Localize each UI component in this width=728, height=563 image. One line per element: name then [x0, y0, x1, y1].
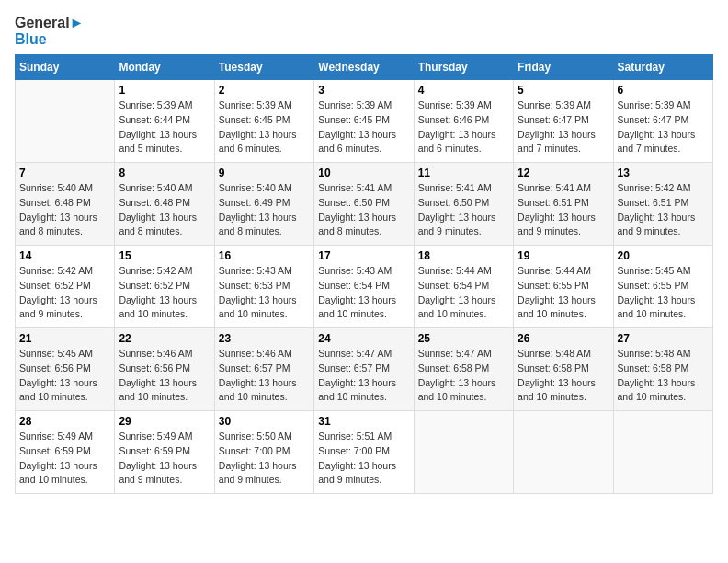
calendar-week-4: 21Sunrise: 5:45 AMSunset: 6:56 PMDayligh…: [16, 328, 713, 411]
day-info: Sunrise: 5:39 AMSunset: 6:45 PMDaylight:…: [219, 98, 310, 156]
day-number: 8: [119, 167, 210, 179]
calendar-cell: 31Sunrise: 5:51 AMSunset: 7:00 PMDayligh…: [314, 411, 414, 494]
logo-container: General► Blue: [15, 15, 84, 47]
calendar-cell: 26Sunrise: 5:48 AMSunset: 6:58 PMDayligh…: [514, 328, 613, 411]
calendar-cell: 24Sunrise: 5:47 AMSunset: 6:57 PMDayligh…: [314, 328, 414, 411]
day-info: Sunrise: 5:44 AMSunset: 6:55 PMDaylight:…: [518, 264, 609, 322]
calendar-cell: 16Sunrise: 5:43 AMSunset: 6:53 PMDayligh…: [214, 246, 313, 328]
day-number: 1: [119, 84, 210, 97]
calendar-cell: [514, 411, 613, 494]
day-info: Sunrise: 5:46 AMSunset: 6:57 PMDaylight:…: [219, 347, 310, 405]
day-number: 29: [119, 415, 210, 428]
calendar-cell: 15Sunrise: 5:42 AMSunset: 6:52 PMDayligh…: [115, 246, 214, 328]
day-info: Sunrise: 5:50 AMSunset: 7:00 PMDaylight:…: [219, 430, 310, 488]
day-info: Sunrise: 5:45 AMSunset: 6:55 PMDaylight:…: [618, 264, 709, 322]
day-info: Sunrise: 5:39 AMSunset: 6:46 PMDaylight:…: [418, 98, 509, 156]
day-number: 10: [318, 167, 409, 179]
day-info: Sunrise: 5:48 AMSunset: 6:58 PMDaylight:…: [518, 347, 609, 405]
day-info: Sunrise: 5:42 AMSunset: 6:51 PMDaylight:…: [618, 181, 709, 239]
day-number: 26: [518, 332, 609, 345]
calendar-week-3: 14Sunrise: 5:42 AMSunset: 6:52 PMDayligh…: [16, 246, 713, 328]
calendar-cell: [16, 80, 115, 163]
header-day-wednesday: Wednesday: [314, 55, 414, 80]
calendar-cell: 21Sunrise: 5:45 AMSunset: 6:56 PMDayligh…: [16, 328, 115, 411]
day-number: 22: [119, 332, 210, 345]
logo: General► Blue: [15, 15, 84, 47]
day-info: Sunrise: 5:47 AMSunset: 6:57 PMDaylight:…: [318, 347, 409, 405]
calendar-cell: 28Sunrise: 5:49 AMSunset: 6:59 PMDayligh…: [16, 411, 115, 494]
header-day-thursday: Thursday: [414, 55, 513, 80]
day-info: Sunrise: 5:39 AMSunset: 6:44 PMDaylight:…: [119, 98, 210, 156]
day-info: Sunrise: 5:43 AMSunset: 6:53 PMDaylight:…: [219, 264, 310, 322]
day-number: 28: [19, 415, 110, 428]
day-info: Sunrise: 5:41 AMSunset: 6:51 PMDaylight:…: [518, 181, 609, 239]
logo-blue: Blue: [15, 31, 84, 48]
day-number: 13: [618, 167, 709, 179]
calendar-cell: 6Sunrise: 5:39 AMSunset: 6:47 PMDaylight…: [613, 80, 712, 163]
calendar-cell: 12Sunrise: 5:41 AMSunset: 6:51 PMDayligh…: [514, 163, 613, 246]
day-info: Sunrise: 5:43 AMSunset: 6:54 PMDaylight:…: [318, 264, 409, 322]
day-info: Sunrise: 5:39 AMSunset: 6:47 PMDaylight:…: [618, 98, 709, 156]
day-number: 23: [219, 332, 310, 345]
header-day-friday: Friday: [514, 55, 613, 80]
day-number: 19: [518, 249, 609, 262]
day-info: Sunrise: 5:40 AMSunset: 6:48 PMDaylight:…: [19, 181, 110, 239]
calendar-cell: 2Sunrise: 5:39 AMSunset: 6:45 PMDaylight…: [214, 80, 313, 163]
day-info: Sunrise: 5:42 AMSunset: 6:52 PMDaylight:…: [119, 264, 210, 322]
day-number: 6: [618, 84, 709, 97]
day-number: 25: [418, 332, 509, 345]
calendar-cell: [613, 411, 712, 494]
day-number: 3: [318, 84, 409, 97]
day-info: Sunrise: 5:47 AMSunset: 6:58 PMDaylight:…: [418, 347, 509, 405]
calendar-cell: 3Sunrise: 5:39 AMSunset: 6:45 PMDaylight…: [314, 80, 414, 163]
header-day-sunday: Sunday: [16, 55, 115, 80]
calendar-cell: 19Sunrise: 5:44 AMSunset: 6:55 PMDayligh…: [514, 246, 613, 328]
calendar-cell: 7Sunrise: 5:40 AMSunset: 6:48 PMDaylight…: [16, 163, 115, 246]
calendar-week-2: 7Sunrise: 5:40 AMSunset: 6:48 PMDaylight…: [16, 163, 713, 246]
header-day-tuesday: Tuesday: [214, 55, 313, 80]
day-info: Sunrise: 5:39 AMSunset: 6:47 PMDaylight:…: [518, 98, 609, 156]
calendar-cell: 20Sunrise: 5:45 AMSunset: 6:55 PMDayligh…: [613, 246, 712, 328]
calendar-header-row: SundayMondayTuesdayWednesdayThursdayFrid…: [16, 55, 713, 80]
calendar-cell: [414, 411, 513, 494]
day-number: 12: [518, 167, 609, 179]
calendar-cell: 5Sunrise: 5:39 AMSunset: 6:47 PMDaylight…: [514, 80, 613, 163]
day-info: Sunrise: 5:48 AMSunset: 6:58 PMDaylight:…: [618, 347, 709, 405]
header-day-saturday: Saturday: [613, 55, 712, 80]
page-header: General► Blue: [15, 15, 713, 47]
day-info: Sunrise: 5:40 AMSunset: 6:49 PMDaylight:…: [219, 181, 310, 239]
logo-general: General►: [15, 15, 84, 31]
day-number: 31: [318, 415, 409, 428]
day-info: Sunrise: 5:49 AMSunset: 6:59 PMDaylight:…: [119, 430, 210, 488]
header-day-monday: Monday: [115, 55, 214, 80]
day-number: 18: [418, 249, 509, 262]
day-info: Sunrise: 5:49 AMSunset: 6:59 PMDaylight:…: [19, 430, 110, 488]
day-number: 15: [119, 249, 210, 262]
calendar-cell: 22Sunrise: 5:46 AMSunset: 6:56 PMDayligh…: [115, 328, 214, 411]
day-number: 24: [318, 332, 409, 345]
day-info: Sunrise: 5:40 AMSunset: 6:48 PMDaylight:…: [119, 181, 210, 239]
calendar-cell: 17Sunrise: 5:43 AMSunset: 6:54 PMDayligh…: [314, 246, 414, 328]
day-number: 14: [19, 249, 110, 262]
day-number: 4: [418, 84, 509, 97]
calendar-cell: 4Sunrise: 5:39 AMSunset: 6:46 PMDaylight…: [414, 80, 513, 163]
day-number: 9: [219, 167, 310, 179]
calendar-cell: 18Sunrise: 5:44 AMSunset: 6:54 PMDayligh…: [414, 246, 513, 328]
day-number: 21: [19, 332, 110, 345]
day-info: Sunrise: 5:41 AMSunset: 6:50 PMDaylight:…: [418, 181, 509, 239]
calendar-cell: 27Sunrise: 5:48 AMSunset: 6:58 PMDayligh…: [613, 328, 712, 411]
calendar-cell: 13Sunrise: 5:42 AMSunset: 6:51 PMDayligh…: [613, 163, 712, 246]
calendar-cell: 11Sunrise: 5:41 AMSunset: 6:50 PMDayligh…: [414, 163, 513, 246]
calendar-cell: 30Sunrise: 5:50 AMSunset: 7:00 PMDayligh…: [214, 411, 313, 494]
calendar-cell: 29Sunrise: 5:49 AMSunset: 6:59 PMDayligh…: [115, 411, 214, 494]
calendar-cell: 8Sunrise: 5:40 AMSunset: 6:48 PMDaylight…: [115, 163, 214, 246]
day-number: 7: [19, 167, 110, 179]
calendar-cell: 25Sunrise: 5:47 AMSunset: 6:58 PMDayligh…: [414, 328, 513, 411]
day-number: 20: [618, 249, 709, 262]
calendar-cell: 23Sunrise: 5:46 AMSunset: 6:57 PMDayligh…: [214, 328, 313, 411]
day-number: 17: [318, 249, 409, 262]
day-info: Sunrise: 5:42 AMSunset: 6:52 PMDaylight:…: [19, 264, 110, 322]
day-number: 16: [219, 249, 310, 262]
day-number: 2: [219, 84, 310, 97]
calendar-week-1: 1Sunrise: 5:39 AMSunset: 6:44 PMDaylight…: [16, 80, 713, 163]
